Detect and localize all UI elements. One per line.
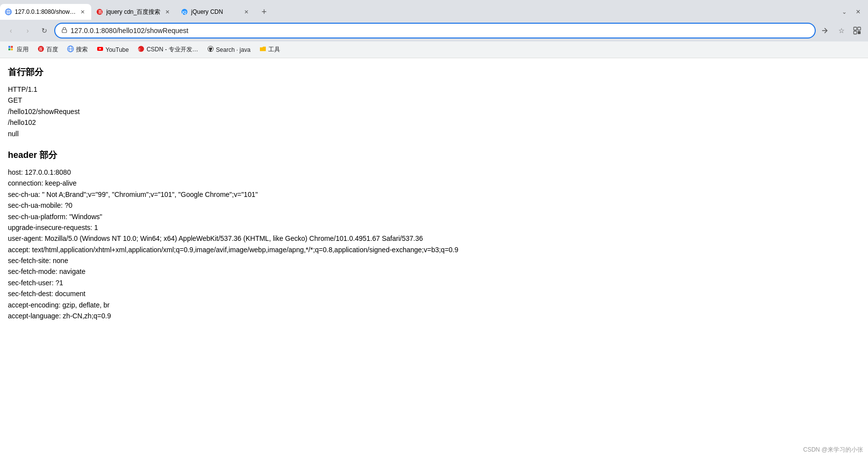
bookmark-star-button[interactable]: ☆	[834, 24, 848, 38]
header-line-3: sec-ch-ua-mobile: ?0	[8, 200, 860, 211]
bookmark-baidu-label: 百度	[46, 45, 58, 54]
line-method: GET	[8, 95, 860, 106]
bookmarks-bar: 应用 百 百度 搜索 YouTube C CSDN - 专业开发…	[0, 41, 868, 58]
svg-rect-8	[62, 30, 67, 33]
tab-close-2[interactable]: ✕	[163, 8, 171, 16]
bookmark-csdn-label: CSDN - 专业开发…	[146, 45, 198, 54]
header-line-13: accept-language: zh-CN,zh;q=0.9	[8, 310, 860, 321]
youtube-icon	[97, 45, 104, 54]
svg-rect-12	[854, 31, 857, 34]
refresh-button[interactable]: ↻	[37, 24, 51, 38]
bookmark-github-label: Search · java	[216, 46, 251, 53]
svg-rect-15	[11, 46, 13, 48]
tab-bar-right: ⌄ ✕	[838, 6, 868, 20]
extensions-button[interactable]	[850, 24, 864, 38]
bookmark-csdn[interactable]: C CSDN - 专业开发…	[134, 43, 202, 56]
header-line-1: connection: keep-alive	[8, 178, 860, 189]
line-http: HTTP/1.1	[8, 84, 860, 95]
tab-favicon-2: 百	[96, 8, 103, 15]
bookmark-apps[interactable]: 应用	[4, 43, 33, 56]
search-globe-icon	[67, 45, 74, 54]
tab-favicon-1	[5, 8, 12, 15]
svg-rect-14	[8, 46, 10, 48]
tab-title-2: jquery cdn_百度搜索	[106, 8, 160, 16]
header-line-7: accept: text/html,application/xhtml+xml,…	[8, 244, 860, 255]
tab-2[interactable]: 百 jquery cdn_百度搜索 ✕	[91, 4, 176, 20]
svg-rect-10	[854, 27, 857, 30]
svg-text:C: C	[139, 48, 141, 51]
line-context: /hello102	[8, 117, 860, 128]
header-line-12: accept-encoding: gzip, deflate, br	[8, 300, 860, 310]
lock-icon	[61, 27, 68, 35]
back-button[interactable]: ‹	[4, 24, 18, 38]
header-line-9: sec-fetch-mode: navigate	[8, 266, 860, 277]
header-line-0: host: 127.0.0.1:8080	[8, 167, 860, 178]
tab-close-1[interactable]: ✕	[78, 8, 86, 16]
svg-rect-11	[858, 27, 861, 30]
tab-close-3[interactable]: ✕	[242, 8, 250, 16]
section2-title: header 部分	[8, 149, 860, 161]
tab-title-1: 127.0.0.1:8080/show…	[15, 8, 75, 15]
svg-text:jQ: jQ	[182, 10, 186, 14]
apps-grid-icon	[8, 45, 15, 54]
svg-text:百: 百	[98, 10, 102, 14]
address-bar-actions: ☆	[819, 24, 864, 38]
header-line-10: sec-fetch-user: ?1	[8, 277, 860, 288]
forward-button[interactable]: ›	[21, 24, 35, 38]
csdn-icon: C	[138, 45, 145, 54]
svg-text:百: 百	[39, 47, 43, 51]
bookmark-github[interactable]: Search · java	[203, 43, 254, 56]
bookmark-search[interactable]: 搜索	[63, 43, 92, 56]
svg-rect-17	[11, 48, 13, 50]
bookmark-tools[interactable]: 工具	[255, 43, 284, 56]
github-icon	[207, 45, 214, 54]
header-line-2: sec-ch-ua: " Not A;Brand";v="99", "Chrom…	[8, 189, 860, 200]
header-line-4: sec-ch-ua-platform: "Windows"	[8, 211, 860, 222]
share-button[interactable]	[819, 24, 832, 38]
header-line-11: sec-fetch-dest: document	[8, 288, 860, 299]
tab-3[interactable]: jQ jQuery CDN ✕	[176, 4, 255, 20]
page-content: 首行部分 HTTP/1.1 GET /hello102/showRequest …	[0, 58, 868, 443]
header-line-5: upgrade-insecure-requests: 1	[8, 222, 860, 233]
close-window-button[interactable]: ✕	[852, 6, 864, 18]
line-null: null	[8, 128, 860, 139]
svg-rect-13	[858, 31, 861, 34]
header-line-8: sec-fetch-site: none	[8, 255, 860, 266]
bookmark-youtube-label: YouTube	[106, 46, 129, 53]
bookmark-search-label: 搜索	[76, 45, 88, 54]
url-display: 127.0.0.1:8080/hello102/showRequest	[71, 27, 809, 35]
bookmark-youtube[interactable]: YouTube	[93, 43, 133, 56]
tab-favicon-3: jQ	[181, 8, 188, 15]
line-path: /hello102/showRequest	[8, 106, 860, 117]
tab-active[interactable]: 127.0.0.1:8080/show… ✕	[0, 4, 91, 20]
tab-title-3: jQuery CDN	[191, 8, 239, 15]
browser-chrome: 127.0.0.1:8080/show… ✕ 百 jquery cdn_百度搜索…	[0, 0, 868, 58]
header-lines: host: 127.0.0.1:8080connection: keep-ali…	[8, 167, 860, 321]
bookmark-tools-label: 工具	[268, 45, 280, 54]
new-tab-button[interactable]: +	[257, 5, 271, 19]
section2: header 部分 host: 127.0.0.1:8080connection…	[8, 149, 860, 321]
folder-icon	[259, 45, 266, 54]
section1: 首行部分 HTTP/1.1 GET /hello102/showRequest …	[8, 66, 860, 139]
header-line-6: user-agent: Mozilla/5.0 (Windows NT 10.0…	[8, 233, 860, 244]
svg-rect-16	[8, 48, 10, 50]
minimize-button[interactable]: ⌄	[838, 6, 850, 18]
address-bar-row: ‹ › ↻ 127.0.0.1:8080/hello102/showReques…	[0, 20, 868, 41]
address-field[interactable]: 127.0.0.1:8080/hello102/showRequest	[54, 23, 816, 38]
baidu-icon: 百	[37, 45, 44, 54]
section1-title: 首行部分	[8, 66, 860, 78]
tab-bar: 127.0.0.1:8080/show… ✕ 百 jquery cdn_百度搜索…	[0, 0, 868, 20]
bookmark-baidu[interactable]: 百 百度	[34, 43, 62, 56]
bookmark-apps-label: 应用	[17, 45, 29, 54]
